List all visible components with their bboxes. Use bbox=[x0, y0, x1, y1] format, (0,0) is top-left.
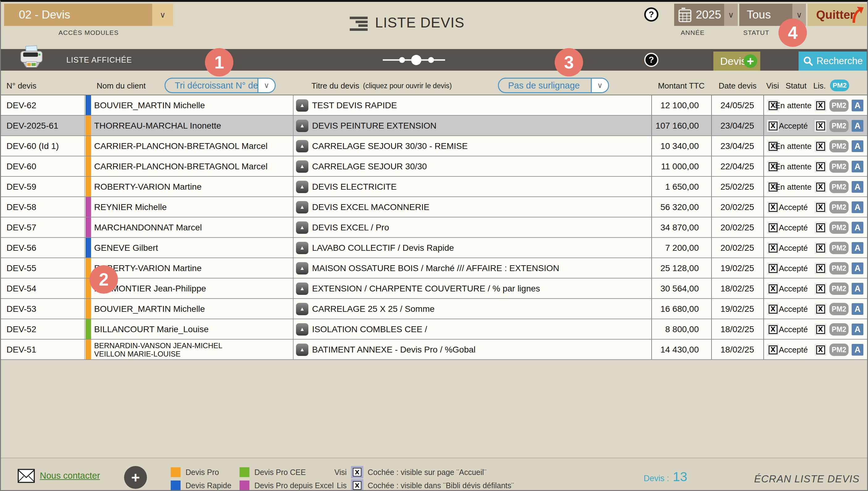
table-row[interactable]: DEV-57 MARCHANDONNAT Marcel ▲ DEVIS EXCE… bbox=[1, 218, 867, 238]
table-row[interactable]: DEV-52 BILLANCOURT Marie_Louise ▲ ISOLAT… bbox=[1, 319, 867, 340]
table-row[interactable]: DEV-60 (Id 1) CARRIER-PLANCHON-BRETAGNOL… bbox=[1, 136, 867, 156]
open-devis-icon[interactable]: ▲ bbox=[296, 262, 308, 275]
pm2-badge[interactable]: PM2 bbox=[830, 140, 848, 152]
open-devis-icon[interactable]: ▲ bbox=[296, 120, 308, 132]
recherche-button[interactable]: Recherche bbox=[798, 52, 867, 70]
a-badge[interactable]: A bbox=[852, 283, 863, 294]
table-row[interactable]: DEV-53 BOUVIER_MARTIN Michelle ▲ CARRELA… bbox=[1, 299, 867, 319]
lis-checkbox[interactable]: X bbox=[815, 120, 826, 132]
page-dot-current[interactable] bbox=[411, 55, 421, 65]
pm2-badge[interactable]: PM2 bbox=[830, 262, 848, 275]
add-button[interactable]: + bbox=[124, 466, 147, 489]
lis-checkbox[interactable]: X bbox=[815, 283, 826, 294]
table-row[interactable]: DEV-54 FERMONTIER Jean-Philippe ▲ EXTENS… bbox=[1, 279, 867, 299]
table-row[interactable]: DEV-56 GENEVE Gilbert ▲ LAVABO COLLECTIF… bbox=[1, 238, 867, 258]
table-row[interactable]: DEV-62 BOUVIER_MARTIN Michelle ▲ TEST DE… bbox=[1, 95, 867, 116]
envelope-icon[interactable] bbox=[18, 469, 35, 483]
open-devis-icon[interactable]: ▲ bbox=[296, 323, 308, 336]
module-dropdown[interactable]: 02 - Devis ∨ bbox=[4, 4, 173, 26]
lis-checkbox[interactable]: X bbox=[815, 140, 826, 152]
help-icon-toolbar[interactable]: ? bbox=[644, 53, 658, 67]
pm2-badge[interactable]: PM2 bbox=[830, 303, 848, 315]
lis-checkbox[interactable]: X bbox=[815, 262, 826, 274]
pm2-badge[interactable]: PM2 bbox=[830, 283, 848, 295]
sort-dropdown[interactable]: Tri décroissant N° devis ∨ bbox=[165, 78, 276, 93]
open-devis-icon[interactable]: ▲ bbox=[296, 283, 308, 295]
a-badge[interactable]: A bbox=[852, 344, 863, 356]
pm2-badge[interactable]: PM2 bbox=[830, 344, 848, 356]
table-row[interactable]: DEV-59 ROBERTY-VARION Martine ▲ DEVIS EL… bbox=[1, 177, 867, 197]
pm2-badge[interactable]: PM2 bbox=[830, 120, 848, 132]
chevron-down-icon[interactable]: ∨ bbox=[152, 4, 173, 26]
a-badge[interactable]: A bbox=[852, 201, 863, 213]
open-devis-icon[interactable]: ▲ bbox=[296, 181, 308, 193]
lis-checkbox[interactable]: X bbox=[815, 242, 826, 254]
page-dot[interactable] bbox=[399, 57, 405, 63]
lis-checkbox[interactable]: X bbox=[815, 181, 826, 193]
devis-title[interactable]: EXTENSION / CHARPENTE COUVERTURE / % par… bbox=[312, 279, 540, 299]
pm2-badge[interactable]: PM2 bbox=[830, 201, 848, 213]
devis-title[interactable]: DEVIS ELECTRICITE bbox=[312, 177, 397, 197]
open-devis-icon[interactable]: ▲ bbox=[296, 201, 308, 213]
a-badge[interactable]: A bbox=[852, 161, 863, 172]
open-devis-icon[interactable]: ▲ bbox=[296, 242, 308, 254]
open-devis-icon[interactable]: ▲ bbox=[296, 140, 308, 152]
open-devis-icon[interactable]: ▲ bbox=[296, 99, 308, 112]
a-badge[interactable]: A bbox=[852, 120, 863, 132]
table-row[interactable]: DEV-60 CARRIER-PLANCHON-BRETAGNOL Marcel… bbox=[1, 156, 867, 177]
devis-title[interactable]: LAVABO COLLECTIF / Devis Rapide bbox=[312, 238, 454, 258]
a-badge[interactable]: A bbox=[852, 323, 863, 335]
devis-title[interactable]: DEVIS PEINTURE EXTENSION bbox=[312, 116, 436, 136]
pm2-badge[interactable]: PM2 bbox=[830, 99, 848, 112]
devis-title[interactable]: DEVIS EXCEL MACONNERIE bbox=[312, 197, 429, 218]
pm2-badge[interactable]: PM2 bbox=[830, 323, 848, 336]
lis-checkbox[interactable]: X bbox=[815, 201, 826, 213]
printer-icon[interactable] bbox=[18, 45, 45, 71]
pm2-badge[interactable]: PM2 bbox=[830, 222, 848, 234]
devis-title[interactable]: TEST DEVIS RAPIDE bbox=[312, 95, 397, 116]
lis-checkbox[interactable]: X bbox=[815, 344, 826, 356]
lis-checkbox[interactable]: X bbox=[815, 323, 826, 335]
nous-contacter-link[interactable]: Nous contacter bbox=[40, 471, 100, 481]
table-row[interactable]: DEV-58 REYNIER Michelle ▲ DEVIS EXCEL MA… bbox=[1, 197, 867, 218]
pm2-badge[interactable]: PM2 bbox=[830, 242, 848, 254]
a-badge[interactable]: A bbox=[852, 222, 863, 233]
open-devis-icon[interactable]: ▲ bbox=[296, 303, 308, 315]
a-badge[interactable]: A bbox=[852, 99, 863, 111]
lis-checkbox[interactable]: X bbox=[815, 222, 826, 233]
a-badge[interactable]: A bbox=[852, 262, 863, 274]
table-row[interactable]: DEV-55 ROBERTY-VARION Martine ▲ MAISON O… bbox=[1, 258, 867, 279]
a-badge[interactable]: A bbox=[852, 242, 863, 254]
chevron-down-icon[interactable]: ∨ bbox=[591, 79, 608, 92]
devis-title[interactable]: CARRELAGE SEJOUR 30/30 - REMISE bbox=[312, 136, 468, 156]
lis-checkbox[interactable]: X bbox=[815, 303, 826, 315]
devis-title[interactable]: CARRELAGE SEJOUR 30/30 bbox=[312, 156, 427, 177]
lis-checkbox[interactable]: X bbox=[815, 161, 826, 172]
year-dropdown[interactable]: 2025 ∨ bbox=[674, 4, 738, 26]
chevron-down-icon[interactable]: ∨ bbox=[724, 4, 738, 26]
table-row[interactable]: DEV-2025-61 THORREAU-MARCHAL Inonette ▲ … bbox=[1, 116, 867, 136]
help-icon-top[interactable]: ? bbox=[644, 7, 658, 22]
a-badge[interactable]: A bbox=[852, 140, 863, 152]
lis-checkbox[interactable]: X bbox=[815, 99, 826, 111]
a-badge[interactable]: A bbox=[852, 303, 863, 315]
a-badge[interactable]: A bbox=[852, 181, 863, 193]
pm2-badge[interactable]: PM2 bbox=[830, 161, 848, 173]
open-devis-icon[interactable]: ▲ bbox=[296, 344, 308, 356]
new-devis-button[interactable]: Devis + bbox=[713, 52, 760, 70]
devis-title[interactable]: BATIMENT ANNEXE - Devis Pro / %Gobal bbox=[312, 340, 476, 360]
devis-title[interactable]: CARRELAGE 25 X 25 / Somme bbox=[312, 299, 435, 319]
col-header-pm2-badge[interactable]: PM2 bbox=[830, 80, 849, 91]
devis-title[interactable]: DEVIS EXCEL / Pro bbox=[312, 218, 389, 238]
devis-title[interactable]: MAISON OSSATURE BOIS / Marché /// AFFAIR… bbox=[312, 258, 559, 279]
quitter-button[interactable]: Quitter bbox=[808, 4, 867, 26]
page-dot[interactable] bbox=[428, 57, 434, 63]
open-devis-icon[interactable]: ▲ bbox=[296, 161, 308, 173]
chevron-down-icon[interactable]: ∨ bbox=[257, 79, 275, 92]
column-separator bbox=[293, 299, 294, 319]
table-row[interactable]: DEV-51 BERNARDIN-VANSON JEAN-MICHEL VEIL… bbox=[1, 340, 867, 360]
highlight-dropdown[interactable]: Pas de surlignage ∨ bbox=[498, 78, 609, 93]
open-devis-icon[interactable]: ▲ bbox=[296, 222, 308, 234]
devis-title[interactable]: ISOLATION COMBLES CEE / bbox=[312, 319, 427, 340]
pm2-badge[interactable]: PM2 bbox=[830, 181, 848, 193]
